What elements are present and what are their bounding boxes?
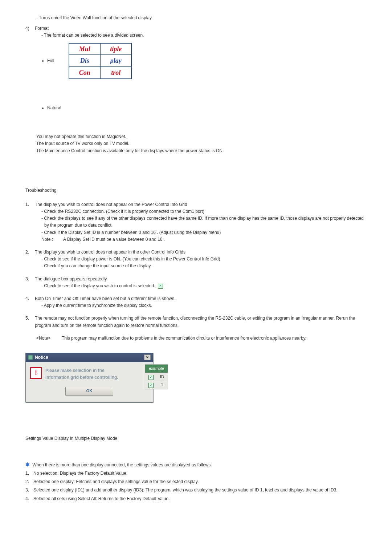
notice-dialog: Notice × ! Please make selection in the … xyxy=(25,353,153,403)
troubleshooting-header: Troubleshooting xyxy=(25,187,367,194)
ts1-title: The display you wish to control does not… xyxy=(35,201,367,208)
settings-intro-row: ✱ When there is more than one display co… xyxy=(25,461,367,469)
settings-intro: When there is more than one display conn… xyxy=(32,462,212,467)
format-section: 4) Format - The format can be selected t… xyxy=(25,25,367,119)
bullet-icon xyxy=(42,108,44,109)
videowall-desc: - Turns on/off the Video Wall function o… xyxy=(36,15,367,21)
ts1-b2: - Check the displays to see if any of th… xyxy=(44,215,367,229)
ts-item-5: 5. The remote may not function properly … xyxy=(25,315,367,329)
ts4-title: Both On Timer and Off Timer have been se… xyxy=(35,295,367,302)
sm-item-2: 2. Selected one display: Fetches and dis… xyxy=(25,478,367,485)
close-button[interactable]: × xyxy=(144,355,151,360)
settings-mode-header: Settings Value Display In Multiple Displ… xyxy=(25,435,367,442)
ts5-num: 5. xyxy=(25,315,35,329)
sm-item-1: 1. No selection: Displays the Factory De… xyxy=(25,470,367,477)
example-id-value: 1 xyxy=(156,381,168,389)
format-full-label: Full xyxy=(47,57,54,64)
format-full-item: Full xyxy=(42,57,54,64)
ts2-b1: - Check to see if the display power is O… xyxy=(41,256,367,263)
format-desc: - The format can be selected to see a di… xyxy=(41,32,367,39)
dialog-message: Please make selection in the information… xyxy=(45,367,118,381)
md-cell: Dis xyxy=(69,55,100,67)
ts1-b3: - Check if the Display Set ID is a numbe… xyxy=(41,229,367,236)
note-line: You may not operate this function in Mag… xyxy=(36,133,367,140)
ts1-note-label: Note : xyxy=(41,236,63,243)
ts2-b2: - Check if you can change the input sour… xyxy=(41,263,367,270)
ts-item-2: 2. The display you wish to control does … xyxy=(25,249,367,270)
ts5-title: The remote may not function properly whe… xyxy=(35,315,367,329)
final-note-label: <Note> xyxy=(36,335,62,342)
ts1-b1: - Check the RS232C connection. (Check if… xyxy=(41,208,367,215)
ts1-num: 1. xyxy=(25,201,35,243)
final-note-text: This program may malfunction due to prob… xyxy=(62,335,306,342)
note-line: The Input source of TV works only on TV … xyxy=(36,140,367,147)
example-label: example xyxy=(145,365,168,373)
ts-item-1: 1. The display you wish to control does … xyxy=(25,201,367,243)
ts3-b1: - Check to see if the display you wish t… xyxy=(41,283,367,289)
ts3-num: 3. xyxy=(25,276,35,289)
ts3-title: The dialogue box appears repeatedly. xyxy=(35,276,367,283)
ts4-num: 4. xyxy=(25,295,35,309)
format-natural-item: Natural xyxy=(42,105,367,112)
ts4-b1: - Apply the current time to synchronize … xyxy=(41,302,367,309)
md-cell: play xyxy=(100,55,131,67)
ok-button[interactable]: OK xyxy=(65,387,113,396)
bullet-icon xyxy=(42,60,44,62)
multiple-display-graphic: Mul tiple Dis play Con trol xyxy=(69,43,132,79)
app-icon xyxy=(28,355,33,360)
md-cell: tiple xyxy=(100,43,131,55)
dialog-titlebar: Notice × xyxy=(26,353,153,362)
checkbox-icon: ✓ xyxy=(158,284,163,289)
ts-final-note: <Note> This program may malfunction due … xyxy=(36,335,367,342)
md-cell: Con xyxy=(69,67,100,79)
sm-item-4: 4. Selected all sets using Select All: R… xyxy=(25,495,367,502)
dialog-title: Notice xyxy=(35,354,48,361)
format-natural-label: Natural xyxy=(47,105,61,112)
example-panel: example ✓ ID ✓ 1 xyxy=(145,364,168,389)
checkbox-icon[interactable]: ✓ xyxy=(148,375,154,380)
md-cell: Mul xyxy=(69,43,100,55)
md-cell: trol xyxy=(100,67,131,79)
format-num: 4) xyxy=(25,25,35,119)
warning-icon: ! xyxy=(30,367,42,379)
note-line: The Maintenance Control function is avai… xyxy=(36,147,367,154)
example-id-header: ID xyxy=(156,373,168,381)
ts2-num: 2. xyxy=(25,249,35,270)
format-label: Format xyxy=(35,25,367,32)
notes-block: You may not operate this function in Mag… xyxy=(36,133,367,154)
ts-item-3: 3. The dialogue box appears repeatedly. … xyxy=(25,276,367,289)
ts2-title: The display you wish to control does not… xyxy=(35,249,367,256)
ts-item-4: 4. Both On Timer and Off Timer have been… xyxy=(25,295,367,309)
checkbox-icon[interactable]: ✓ xyxy=(148,383,154,388)
svg-rect-0 xyxy=(28,355,33,360)
videowall-desc-text: - Turns on/off the Video Wall function o… xyxy=(36,15,152,20)
ts1-note-text: A Display Set ID must be a value between… xyxy=(63,236,165,243)
star-icon: ✱ xyxy=(25,462,30,467)
sm-item-3: 3. Selected one display (ID1) and add an… xyxy=(25,487,367,494)
